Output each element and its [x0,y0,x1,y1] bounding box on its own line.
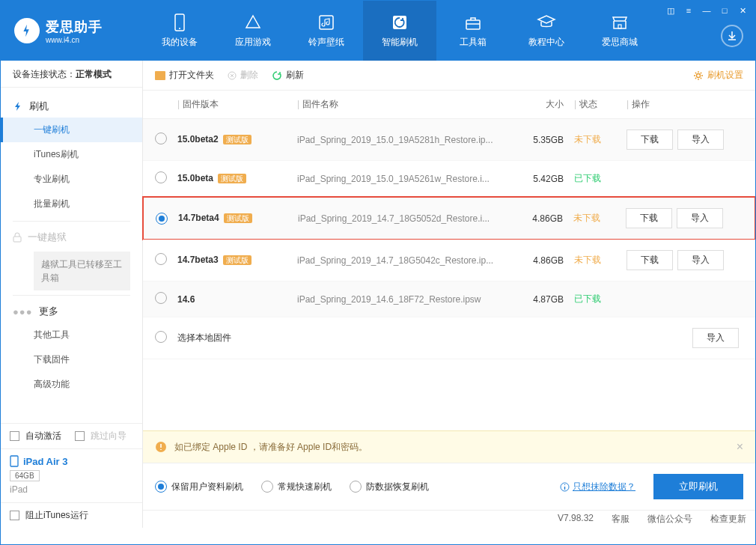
skip-guide-checkbox[interactable] [75,431,85,441]
nav-ringtones[interactable]: 铃声壁纸 [290,1,363,61]
menu-icon[interactable]: ≡ [680,4,697,17]
firmware-radio[interactable] [155,133,167,144]
radio-local[interactable] [155,331,167,343]
firmware-radio[interactable] [155,292,167,304]
firmware-size: 4.86GB [511,255,564,266]
firmware-status: 未下载 [563,212,615,225]
firmware-name: iPad_Spring_2019_15.0_19A5261w_Restore.i… [297,174,511,184]
toolbar: 打开文件夹 删除 刷新 刷机设置 [143,61,755,91]
sidebar-group-flash[interactable]: 刷机 [1,95,142,118]
refresh-button[interactable]: 刷新 [272,69,304,82]
import-button[interactable]: 导入 [677,208,723,228]
connection-status: 设备连接状态：正常模式 [1,61,142,88]
beta-badge: 测试版 [223,135,252,144]
banner-close-icon[interactable]: × [737,440,743,454]
firmware-row[interactable]: 15.0beta2测试版iPad_Spring_2019_15.0_19A528… [143,119,755,161]
flash-now-button[interactable]: 立即刷机 [653,474,743,499]
firmware-radio[interactable] [155,171,167,183]
nav-toolbox[interactable]: 工具箱 [436,1,510,61]
import-local-button[interactable]: 导入 [692,328,739,348]
nav-my-device[interactable]: 我的设备 [143,1,216,61]
sidebar-group-more[interactable]: ●●●更多 [1,300,142,323]
local-firmware-row[interactable]: 选择本地固件 导入 [143,317,755,359]
svg-rect-6 [13,237,21,242]
check-update-link[interactable]: 检查更新 [710,513,746,526]
version-label: V7.98.32 [558,513,594,526]
firmware-version: 15.0beta [177,173,213,183]
nav-store[interactable]: 爱思商城 [583,1,656,61]
nav-smart-flash[interactable]: 智能刷机 [363,1,436,61]
logo-icon [14,18,40,43]
brand-title: 爱思助手 [46,18,103,36]
skin-icon[interactable]: ◫ [662,4,679,17]
maximize-icon[interactable]: □ [716,4,733,17]
close-icon[interactable]: ✕ [734,4,751,17]
delete-icon [228,71,237,80]
firmware-radio[interactable] [155,253,167,265]
sidebar-item-advanced[interactable]: 高级功能 [1,372,142,397]
firmware-row[interactable]: 14.7beta4测试版iPad_Spring_2019_14.7_18G505… [142,196,756,240]
nav-apps[interactable]: 应用游戏 [216,1,290,61]
download-manager-icon[interactable] [721,25,743,47]
firmware-size: 5.35GB [511,135,564,145]
folder-icon [155,71,165,80]
flash-opt-fast[interactable]: 常规快速刷机 [261,481,332,493]
sidebar-item-pro-flash[interactable]: 专业刷机 [1,167,142,192]
warning-icon [155,441,167,453]
firmware-row[interactable]: 14.7beta3测试版iPad_Spring_2019_14.7_18G504… [143,240,755,281]
firmware-version: 15.0beta2 [177,134,219,144]
firmware-row[interactable]: 14.6iPad_Spring_2019_14.6_18F72_Restore.… [143,281,755,317]
beta-badge: 测试版 [223,255,252,265]
flash-options-bar: 保留用户资料刷机 常规快速刷机 防数据恢复刷机 只想抹除数据？ 立即刷机 [143,463,755,510]
firmware-status: 已下载 [564,172,616,185]
apple-id-banner: 如已绑定 Apple ID ，请准备好 Apple ID和密码。 × [143,430,755,463]
open-folder-button[interactable]: 打开文件夹 [155,69,214,82]
table-header: |固件版本 |固件名称 大小 |状态 |操作 [143,91,755,119]
firmware-list: 15.0beta2测试版iPad_Spring_2019_15.0_19A528… [143,119,755,317]
service-link[interactable]: 客服 [612,513,630,526]
minimize-icon[interactable]: — [698,4,715,17]
block-itunes-row: 阻止iTunes运行 [1,502,142,528]
firmware-name: iPad_Spring_2019_14.6_18F72_Restore.ipsw [297,294,511,305]
beta-badge: 测试版 [224,213,252,223]
sidebar-group-jailbreak: 一键越狱 [1,226,142,249]
sidebar-item-itunes-flash[interactable]: iTunes刷机 [1,142,142,167]
gear-icon [693,70,704,81]
sidebar-item-batch-flash[interactable]: 批量刷机 [1,192,142,216]
import-button[interactable]: 导入 [677,250,724,270]
svg-point-9 [697,73,701,77]
svg-rect-4 [466,20,480,29]
window-controls: ◫ ≡ — □ ✕ [662,4,751,17]
firmware-size: 4.86GB [510,213,563,224]
logo: 爱思助手 www.i4.cn [1,18,143,44]
main-panel: 打开文件夹 删除 刷新 刷机设置 |固件版本 |固件名称 大小 |状态 |操作 … [143,61,755,528]
firmware-version: 14.7beta4 [178,213,219,223]
device-storage: 64GB [10,470,40,481]
download-button[interactable]: 下载 [627,250,673,270]
sidebar-item-oneclick-flash[interactable]: 一键刷机 [1,118,142,142]
wechat-link[interactable]: 微信公众号 [647,513,692,526]
firmware-size: 5.42GB [511,174,564,184]
firmware-version: 14.6 [177,294,195,305]
brand-subtitle: www.i4.cn [46,36,103,44]
sidebar-item-other-tools[interactable]: 其他工具 [1,323,142,347]
flash-opt-keep-data[interactable]: 保留用户资料刷机 [155,481,243,493]
auto-activate-checkbox[interactable] [10,431,19,441]
info-icon [560,482,570,492]
firmware-radio[interactable] [156,213,168,225]
block-itunes-checkbox[interactable] [10,511,19,520]
firmware-status: 未下载 [564,133,616,146]
sidebar: 设备连接状态：正常模式 刷机 一键刷机 iTunes刷机 专业刷机 批量刷机 一… [1,61,143,528]
download-button[interactable]: 下载 [626,208,672,228]
firmware-row[interactable]: 15.0beta测试版iPad_Spring_2019_15.0_19A5261… [143,161,755,197]
import-button[interactable]: 导入 [677,130,724,150]
firmware-size: 4.87GB [511,294,564,305]
download-button[interactable]: 下载 [627,130,673,150]
flash-opt-anti-recovery[interactable]: 防数据恢复刷机 [350,481,429,493]
delete-button[interactable]: 删除 [228,69,258,82]
erase-only-link[interactable]: 只想抹除数据？ [560,481,635,493]
nav-tutorials[interactable]: 教程中心 [510,1,583,61]
device-card[interactable]: iPad Air 3 64GB iPad [1,448,142,502]
flash-settings-button[interactable]: 刷机设置 [693,69,743,82]
sidebar-item-download-fw[interactable]: 下载固件 [1,347,142,372]
